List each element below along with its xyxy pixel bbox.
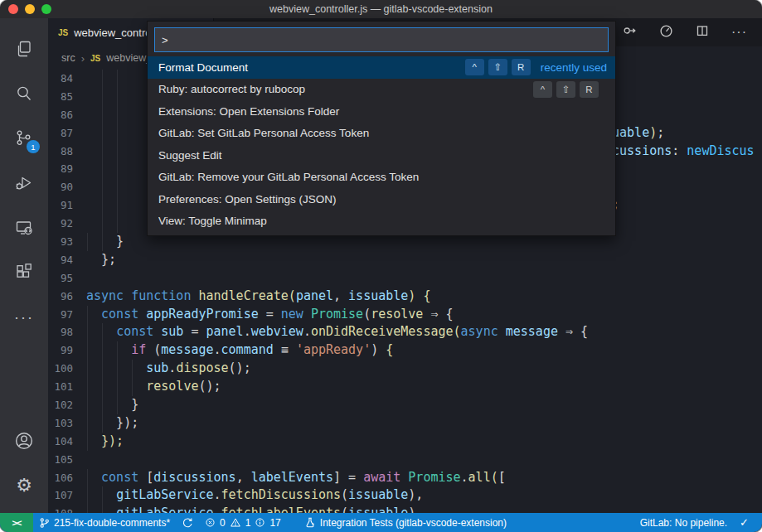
editor-actions: ··· [623, 18, 762, 46]
run-debug-icon[interactable] [4, 161, 44, 206]
breadcrumb-src[interactable]: src [61, 52, 75, 64]
remote-icon: >< [12, 518, 22, 528]
line-number: 95 [48, 269, 86, 288]
branch-indicator[interactable]: 215-fix-double-comments* [33, 513, 176, 532]
line-number: 106 [48, 469, 86, 487]
js-file-icon: JS [90, 54, 100, 63]
code-line[interactable]: 105 [48, 451, 762, 469]
gitlab-pipeline-gauge-icon[interactable] [659, 24, 673, 41]
remote-explorer-icon[interactable] [4, 206, 44, 250]
code-line[interactable]: 107 gitLabService.fetchDiscussions(issua… [48, 486, 762, 505]
search-icon[interactable] [4, 71, 44, 116]
palette-item-label: Extensions: Open Extensions Folder [158, 105, 607, 118]
account-icon[interactable] [4, 418, 44, 463]
branch-icon [39, 517, 50, 529]
line-number: 105 [48, 451, 86, 469]
breadcrumb-separator: › [81, 52, 85, 65]
key-badge: ⇧ [556, 81, 575, 98]
line-number: 108 [48, 505, 86, 513]
activity-bar: 1 ··· ⚙ [0, 18, 48, 513]
code-line-content: if (message.command ≡ 'appReady') { [86, 341, 762, 360]
check-icon[interactable]: ✓ [733, 516, 755, 529]
palette-item[interactable]: Extensions: Open Extensions Folder [148, 100, 615, 123]
remote-indicator[interactable]: >< [0, 513, 33, 532]
key-badge: ^ [533, 81, 552, 98]
info-count: 17 [269, 517, 280, 529]
code-line[interactable]: 97 const appReadyPromise = new Promise(r… [48, 306, 762, 324]
explorer-icon[interactable] [4, 27, 44, 71]
line-number: 93 [48, 233, 86, 251]
gitlab-pipeline-status[interactable]: GitLab: No pipeline. [634, 513, 733, 532]
warning-count: 1 [245, 517, 251, 529]
info-icon [255, 517, 265, 528]
code-line-content: gitLabService.fetchLabelEvents(issuable) [86, 505, 762, 513]
code-line-content: sub.dispose(); [86, 360, 762, 378]
code-line-content: gitLabService.fetchDiscussions(issuable)… [86, 486, 762, 505]
palette-item-label: Format Document [158, 61, 461, 74]
line-number: 104 [48, 433, 86, 451]
line-number: 90 [48, 178, 86, 196]
code-line[interactable]: 106 const [discussions, labelEvents] = a… [48, 469, 762, 487]
code-line[interactable]: 94 }; [48, 251, 762, 269]
code-line-content [86, 451, 762, 469]
key-badge: ⇧ [488, 59, 507, 75]
palette-item[interactable]: Suggest Edit [148, 144, 615, 167]
warning-icon [230, 517, 241, 528]
more-views-icon[interactable]: ··· [4, 295, 44, 340]
line-number: 91 [48, 196, 86, 215]
code-line[interactable]: 98 const sub = panel.webview.onDidReceiv… [48, 323, 762, 341]
palette-item[interactable]: GitLab: Set GitLab Personal Access Token [148, 123, 615, 145]
code-line[interactable]: 96async function handleCreate(panel, iss… [48, 288, 762, 306]
palette-item[interactable]: Format Document^⇧Rrecently used [148, 56, 615, 79]
extensions-icon[interactable] [4, 250, 44, 295]
keybinding: ^⇧R [529, 81, 599, 98]
line-number: 84 [48, 70, 86, 88]
palette-item[interactable]: Ruby: autocorrect by rubocop^⇧R [148, 79, 615, 101]
line-number: 86 [48, 106, 86, 124]
source-control-icon[interactable]: 1 [4, 116, 44, 161]
scm-badge: 1 [27, 140, 40, 153]
code-line-content [86, 269, 762, 288]
line-number: 101 [48, 378, 86, 396]
test-runner-label: Integration Tests (gitlab-vscode-extensi… [320, 517, 507, 529]
code-line[interactable]: 108 gitLabService.fetchLabelEvents(issua… [48, 505, 762, 513]
close-window-button[interactable] [8, 4, 18, 14]
line-number: 98 [48, 323, 86, 341]
test-runner-item[interactable]: Integration Tests (gitlab-vscode-extensi… [298, 513, 512, 532]
palette-item-label: View: Toggle Minimap [158, 215, 607, 227]
command-palette-input[interactable] [154, 27, 609, 52]
code-line-content: }; [86, 251, 762, 269]
sync-icon [182, 517, 193, 529]
code-line-content: async function handleCreate(panel, issua… [86, 288, 762, 306]
more-actions-icon[interactable]: ··· [731, 25, 747, 40]
settings-gear-icon[interactable]: ⚙ [4, 463, 44, 508]
palette-item[interactable]: View: Toggle Minimap [148, 210, 615, 233]
code-line[interactable]: 95 [48, 269, 762, 288]
line-number: 96 [48, 288, 86, 306]
recently-used-label: recently used [541, 61, 607, 74]
line-number: 97 [48, 306, 86, 324]
run-file-icon[interactable] [623, 24, 637, 41]
code-line[interactable]: 99 if (message.command ≡ 'appReady') { [48, 341, 762, 360]
palette-item-label: GitLab: Remove your GitLab Personal Acce… [158, 171, 607, 183]
sync-button[interactable] [176, 513, 199, 532]
command-palette-list: Format Document^⇧Rrecently usedRuby: aut… [148, 56, 615, 235]
code-line[interactable]: 101 resolve(); [48, 378, 762, 396]
beaker-icon [304, 517, 316, 529]
code-line[interactable]: 103 }); [48, 414, 762, 433]
palette-item-label: GitLab: Set GitLab Personal Access Token [158, 127, 607, 139]
zoom-window-button[interactable] [41, 4, 51, 14]
code-line[interactable]: 102 } [48, 396, 762, 414]
minimize-window-button[interactable] [25, 4, 35, 14]
code-line[interactable]: 100 sub.dispose(); [48, 360, 762, 378]
problems-indicator[interactable]: 0 1 17 [199, 513, 287, 532]
code-line[interactable]: 104 }); [48, 433, 762, 451]
code-line-content: const sub = panel.webview.onDidReceiveMe… [86, 323, 762, 341]
key-badge: ^ [465, 59, 484, 75]
error-icon [205, 517, 216, 528]
split-editor-icon[interactable] [696, 24, 709, 41]
palette-item[interactable]: Preferences: Open Settings (JSON) [148, 188, 615, 210]
line-number: 92 [48, 215, 86, 233]
palette-item[interactable]: GitLab: Remove your GitLab Personal Acce… [148, 167, 615, 189]
vscode-window: webview_controller.js — gitlab-vscode-ex… [0, 0, 762, 532]
